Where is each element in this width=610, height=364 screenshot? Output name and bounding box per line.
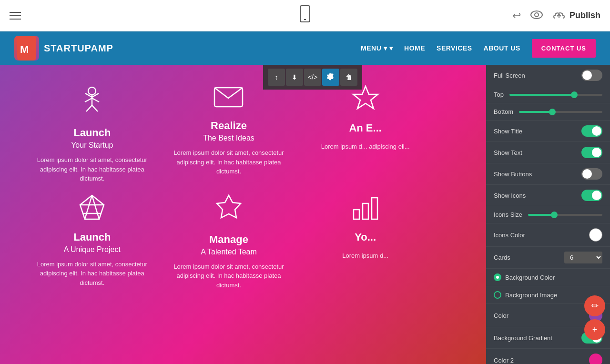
svg-point-6 (88, 87, 96, 95)
brand-name: STARTUPAMP (44, 43, 113, 54)
nav-home[interactable]: HOME (404, 44, 425, 52)
card-4-icon (78, 193, 106, 223)
svg-rect-23 (354, 210, 359, 219)
setting-color2: Color 2 (486, 349, 610, 364)
svg-point-3 (535, 13, 539, 17)
logo-area: M STARTUPAMP (14, 36, 113, 61)
card-6: Yo... Lorem ipsum d... (302, 193, 429, 290)
nav-services[interactable]: SERVICES (437, 44, 472, 52)
card-6-title: Yo... (355, 231, 376, 243)
phone-icon (299, 5, 311, 26)
bottom-slider[interactable] (519, 111, 602, 113)
show-buttons-toggle[interactable] (581, 168, 602, 180)
show-buttons-label: Show Buttons (494, 171, 532, 178)
card-2-subtitle: The Best Ideas (203, 134, 254, 142)
edit-side-btn[interactable]: ✏ (584, 295, 605, 316)
hamburger-menu[interactable] (10, 12, 21, 20)
setting-show-title: Show Title (486, 121, 610, 142)
card-1: Launch Your Startup Lorem ipsum dolor si… (29, 84, 156, 183)
card-1-icon (78, 84, 106, 119)
svg-rect-25 (372, 198, 377, 219)
svg-line-10 (86, 105, 92, 111)
top-bar: ↩ Publish (0, 0, 610, 31)
show-title-toggle[interactable] (581, 125, 602, 137)
setting-fullscreen: Full Screen (486, 65, 610, 86)
contact-button[interactable]: CONTACT US (532, 39, 596, 58)
svg-line-9 (92, 98, 99, 102)
cards-label: Cards (494, 254, 510, 261)
card-5-title: Manage (209, 233, 248, 246)
card-5-subtitle: A Talented Team (201, 248, 257, 256)
card-4-subtitle: A Unique Project (64, 245, 121, 254)
icons-size-slider[interactable] (528, 214, 602, 216)
delete-btn[interactable]: 🗑 (340, 69, 357, 86)
setting-icons-color: Icons Color (486, 223, 610, 247)
show-text-label: Show Text (494, 149, 522, 156)
eye-icon[interactable] (530, 10, 543, 21)
svg-text:M: M (20, 43, 29, 55)
card-5-text: Lorem ipsum dolor sit amet, consectetur … (165, 262, 293, 290)
bg-color-label: Background Color (505, 274, 555, 281)
bg-color-radio-indicator (494, 273, 501, 281)
card-2: Realize The Best Ideas Lorem ipsum dolor… (165, 84, 293, 183)
bg-image-radio[interactable]: Background Image (494, 291, 557, 299)
card-5: Manage A Talented Team Lorem ipsum dolor… (165, 193, 293, 290)
svg-line-11 (92, 105, 98, 111)
show-text-toggle[interactable] (581, 147, 602, 158)
nav-links: MENU ▾ HOME SERVICES ABOUT US CONTACT US (361, 39, 596, 58)
card-4: Launch A Unique Project Lorem ipsum dolo… (29, 193, 156, 290)
svg-marker-17 (80, 195, 104, 219)
color2-picker[interactable] (589, 354, 602, 364)
settings-btn[interactable] (322, 69, 339, 86)
main-area: ↕ ⬇ </> 🗑 (0, 65, 610, 364)
icons-color-label: Icons Color (494, 232, 525, 239)
bottom-label: Bottom (494, 108, 513, 115)
svg-marker-22 (217, 195, 241, 218)
nav-menu[interactable]: MENU ▾ (361, 44, 393, 52)
card-2-title: Realize (211, 120, 247, 132)
settings-panel: Full Screen Top Bottom Show Title (486, 65, 610, 364)
top-label: Top (494, 91, 504, 98)
top-slider[interactable] (509, 94, 602, 96)
top-bar-right: ↩ Publish (512, 10, 600, 22)
setting-bg-color-radio: Background Color (486, 269, 610, 286)
card-5-icon (214, 193, 243, 226)
card-3: An E... Lorem ipsum d... adipiscing eli.… (302, 84, 429, 183)
icons-color-picker[interactable] (589, 228, 602, 242)
add-side-btn[interactable]: + (584, 319, 605, 340)
svg-point-2 (531, 11, 542, 19)
setting-top: Top (486, 86, 610, 103)
card-4-text: Lorem ipsum dolor sit amet, consectetur … (29, 260, 156, 288)
card-3-text: Lorem ipsum d... adipiscing eli... (321, 142, 410, 152)
card-4-title: Launch (73, 231, 111, 243)
top-bar-left (10, 12, 21, 20)
setting-show-text: Show Text (486, 142, 610, 163)
cloud-publish-btn[interactable]: Publish (552, 10, 600, 21)
download-btn[interactable]: ⬇ (286, 69, 303, 86)
setting-cards: Cards 3 4 5 6 7 8 (486, 247, 610, 269)
color2-label: Color 2 (494, 357, 514, 364)
card-1-title: Launch (73, 127, 111, 139)
card-2-text: Lorem ipsum dolor sit amet, consectetur … (165, 148, 293, 176)
top-bar-center (299, 5, 311, 26)
logo-icon: M (14, 36, 39, 61)
setting-show-buttons: Show Buttons (486, 163, 610, 185)
show-icons-label: Show Icons (494, 192, 526, 199)
undo-icon[interactable]: ↩ (512, 10, 521, 22)
setting-show-icons: Show Icons (486, 185, 610, 206)
setting-bottom: Bottom (486, 103, 610, 121)
bg-image-radio-indicator (494, 291, 501, 299)
show-title-label: Show Title (494, 128, 522, 135)
reorder-btn[interactable]: ↕ (268, 69, 285, 86)
svg-marker-16 (353, 86, 378, 109)
code-btn[interactable]: </> (304, 69, 321, 86)
nav-about[interactable]: ABOUT US (484, 44, 520, 52)
cards-dropdown[interactable]: 3 4 5 6 7 8 (564, 252, 602, 263)
fullscreen-toggle[interactable] (581, 70, 602, 81)
icons-size-label: Icons Size (494, 211, 522, 218)
setting-icons-size: Icons Size (486, 206, 610, 223)
section-toolbar: ↕ ⬇ </> 🗑 (263, 65, 362, 90)
card-1-subtitle: Your Startup (71, 141, 113, 150)
bg-color-radio[interactable]: Background Color (494, 273, 555, 281)
show-icons-toggle[interactable] (581, 190, 602, 201)
